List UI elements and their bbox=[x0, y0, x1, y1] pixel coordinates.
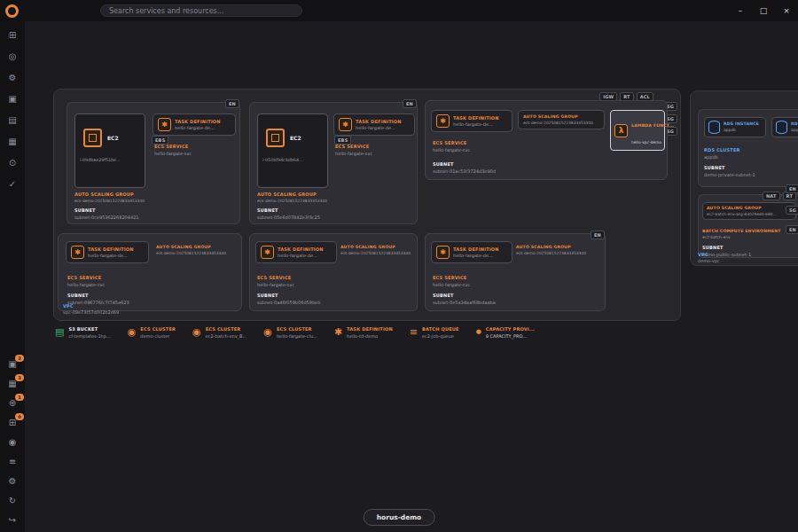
location-icon[interactable]: ◉ bbox=[5, 436, 20, 449]
asg-name: ecs-demo-20250815223833353300 bbox=[523, 121, 593, 125]
subnet-id: subnet-01ac53f3724d3e90d bbox=[433, 168, 496, 174]
resource-title: BATCH QUEUE bbox=[422, 326, 459, 332]
ecs-service[interactable]: ECS SERVICE hello-fargate-svc bbox=[67, 275, 105, 287]
card-title: LAMBDA FUNCT... bbox=[631, 123, 674, 128]
task-definition-card[interactable]: ✱ TASK DEFINITION hello-fargate-de... bbox=[66, 241, 149, 263]
resource-name: ec2-batch-env_B... bbox=[206, 333, 247, 339]
grid-plus-icon[interactable]: ⊞ 0 bbox=[5, 417, 20, 429]
task-definition-card[interactable]: ✱ TASK DEFINITION hello-fargate-de... bbox=[153, 113, 236, 136]
rds-database-icon bbox=[776, 121, 787, 134]
auto-scaling-group-card[interactable]: AUTO SCALING GROUP ec2-batch-env-asg-830… bbox=[702, 202, 796, 220]
asg-name: ecs-demo-20250815223833353300 bbox=[257, 199, 327, 203]
vpc-id: vpc-09e73f57d002b2d69 bbox=[63, 309, 119, 315]
batch-queue-item[interactable]: ≡ BATCH QUEUE ec2-job-queue bbox=[410, 326, 459, 339]
ec2-title: EC2 bbox=[290, 135, 301, 141]
capacity-provider-item[interactable]: ● CAPACITY PROVI... 9 CAPACITY_PRO... bbox=[476, 326, 536, 339]
task-definition-item[interactable]: ✱ TASK DEFINITION hello-td-demo bbox=[334, 326, 393, 339]
check-icon[interactable]: ✓ bbox=[5, 178, 20, 191]
service-title: ECS SERVICE bbox=[257, 275, 294, 280]
service-title: ECS SERVICE bbox=[335, 144, 372, 149]
ecs-service[interactable]: ECS SERVICE hello-fargate-svc bbox=[433, 140, 470, 153]
logout-icon[interactable]: ↪ bbox=[5, 514, 20, 527]
auto-scaling-group[interactable]: AUTO SCALING GROUP ecs-demo-202508152238… bbox=[156, 245, 226, 255]
auto-scaling-group-card[interactable]: AUTO SCALING GROUP ecs-demo-202508152238… bbox=[518, 110, 605, 129]
refresh-icon[interactable]: ↻ bbox=[5, 495, 20, 507]
ec2-instance-card[interactable]: EC2 i-050bf9dc8db64... EBS EBS bbox=[257, 113, 328, 188]
chart-icon[interactable]: ▤ bbox=[5, 114, 20, 127]
grid-icon[interactable]: ⊞ bbox=[5, 29, 20, 42]
task-definition-icon: ✱ bbox=[436, 246, 450, 259]
task-definition-card[interactable]: ✱ TASK DEFINITION hello-fargate-de... bbox=[255, 241, 337, 263]
ec2-title: EC2 bbox=[107, 135, 119, 141]
ecs-cluster-item[interactable]: ◉ ECS CLUSTER demo-cluster bbox=[128, 326, 176, 339]
ec2-instance-card[interactable]: EC2 i-09dbae29f51be... EBS EBS bbox=[74, 113, 145, 188]
subnet-box-private[interactable]: RDS INSTANCE appdb RDS I... appdb RDS CL… bbox=[698, 109, 798, 187]
ecs-service[interactable]: ECS SERVICE hello-fargate-svc bbox=[335, 144, 372, 156]
filter-icon[interactable]: ≡ bbox=[5, 456, 20, 468]
app-logo-icon bbox=[5, 4, 19, 18]
vpc-title: VPC bbox=[698, 252, 720, 257]
card-name: hello-vpc-demo bbox=[631, 140, 661, 145]
ecs-cluster-icon: ◉ bbox=[128, 327, 137, 337]
region-badge[interactable]: horus-demo bbox=[364, 509, 435, 526]
ecs-service[interactable]: ECS SERVICE hello-fargate-svc bbox=[257, 275, 294, 287]
subnet-box[interactable]: EN EC2 i-050bf9dc8db64... EBS EBS ✱ TASK… bbox=[249, 102, 418, 224]
lambda-icon: λ bbox=[614, 124, 628, 137]
subnet-box[interactable]: EN EC2 i-09dbae29f51be... EBS EBS ✱ TASK… bbox=[66, 102, 240, 224]
count-badge: 3 bbox=[15, 355, 24, 362]
close-button[interactable]: × bbox=[775, 0, 798, 21]
task-definition-card[interactable]: ✱ TASK DEFINITION hello-fargate-de... bbox=[431, 110, 512, 132]
package-icon[interactable]: ▣ bbox=[5, 93, 20, 106]
minimize-button[interactable]: – bbox=[729, 0, 752, 21]
plus-circle-icon[interactable]: ⊕ 1 bbox=[5, 397, 20, 410]
subnet-box[interactable]: EN ✱ TASK DEFINITION hello-fargate-de...… bbox=[425, 233, 606, 311]
auto-scaling-group[interactable]: AUTO SCALING GROUP ecs-demo-202508152238… bbox=[516, 245, 586, 255]
task-definition-card[interactable]: ✱ TASK DEFINITION hello-fargate-de... bbox=[431, 241, 512, 263]
subnet-box[interactable]: ✱ TASK DEFINITION hello-fargate-de... EC… bbox=[425, 100, 668, 180]
auto-scaling-group[interactable]: AUTO SCALING GROUP ecs-demo-202508152238… bbox=[340, 245, 411, 255]
batch-name: ec2-batch-env bbox=[702, 235, 781, 239]
subnet-box[interactable]: ✱ TASK DEFINITION hello-fargate-de... AU… bbox=[249, 233, 418, 311]
subnet-box[interactable]: ✱ TASK DEFINITION hello-fargate-de... AU… bbox=[58, 233, 242, 311]
subnet-title: SUBNET bbox=[702, 245, 751, 250]
sg-tag: SG bbox=[786, 206, 798, 215]
ecs-cluster-item[interactable]: ◉ ECS CLUSTER ec2-batch-env_B... bbox=[192, 326, 246, 339]
ecs-cluster-icon: ◉ bbox=[192, 327, 201, 337]
ecs-cluster-item[interactable]: ◉ ECS CLUSTER hello-fargate-clu... bbox=[263, 326, 317, 339]
target-icon[interactable]: ⊙ bbox=[5, 157, 20, 169]
ecs-cluster-icon: ◉ bbox=[263, 327, 272, 337]
s3-bucket-item[interactable]: ▤ S3 BUCKET cf-templates-1hp... bbox=[55, 326, 111, 339]
layers-icon[interactable]: ▦ bbox=[5, 136, 20, 148]
vpc-panel-demo[interactable]: RDS INSTANCE appdb RDS I... appdb RDS CL… bbox=[690, 90, 798, 266]
resource-title: S3 BUCKET bbox=[68, 326, 110, 332]
subnet-title: SUBNET bbox=[67, 293, 129, 298]
asg-title: AUTO SCALING GROUP bbox=[340, 245, 411, 250]
subnet-label: SUBNET subnet-0a46f059b06d59beb bbox=[257, 293, 320, 305]
subnet-box-public[interactable]: NAT RT AUTO SCALING GROUP ec2-batch-env-… bbox=[698, 194, 798, 258]
subnet-title: SUBNET bbox=[74, 207, 139, 213]
rds-database-icon bbox=[708, 121, 720, 134]
lambda-function-card[interactable]: λ LAMBDA FUNCT... hello-vpc-demo bbox=[610, 110, 665, 151]
vpc-panel-main[interactable]: IGW RT ACL SG SG SG EN EC2 i-09dbae29f51… bbox=[53, 89, 681, 321]
auto-scaling-group[interactable]: AUTO SCALING GROUP ecs-demo-202508152238… bbox=[257, 192, 327, 203]
rds-cluster[interactable]: RDS CLUSTER appdb bbox=[704, 147, 740, 160]
eni-tag: EN bbox=[225, 99, 239, 108]
asg-name: ecs-demo-20250815223833353300 bbox=[516, 251, 586, 255]
rds-instance-card[interactable]: RDS INSTANCE appdb bbox=[704, 117, 766, 137]
settings-gear-icon[interactable]: ⚙ bbox=[5, 475, 20, 488]
maximize-button[interactable]: □ bbox=[752, 0, 775, 21]
eye-icon[interactable]: ◎ bbox=[5, 51, 20, 63]
rds-instance-card[interactable]: RDS I... appdb bbox=[771, 117, 798, 137]
batch-compute-environment[interactable]: BATCH COMPUTE ENVIRONMENT ec2-batch-env bbox=[702, 229, 781, 239]
service-name: hello-fargate-svc bbox=[257, 282, 294, 287]
automation-gear-icon[interactable]: ⚙ bbox=[5, 72, 20, 84]
task-definition-card[interactable]: ✱ TASK DEFINITION hello-fargate-de... bbox=[333, 113, 415, 136]
search-input[interactable] bbox=[100, 4, 302, 17]
ecs-service[interactable]: ECS SERVICE hello-fargate-svc bbox=[433, 275, 470, 287]
auto-scaling-group[interactable]: AUTO SCALING GROUP ecs-demo-202508152238… bbox=[74, 192, 145, 203]
stack-icon[interactable]: ▦ 3 bbox=[5, 378, 20, 390]
ecs-service[interactable]: ECS SERVICE hello-fargate-svc bbox=[154, 144, 192, 156]
cube-icon[interactable]: ▣ 3 bbox=[5, 358, 20, 371]
batch-title: BATCH COMPUTE ENVIRONMENT bbox=[702, 229, 781, 234]
card-name: hello-fargate-de... bbox=[175, 125, 221, 130]
